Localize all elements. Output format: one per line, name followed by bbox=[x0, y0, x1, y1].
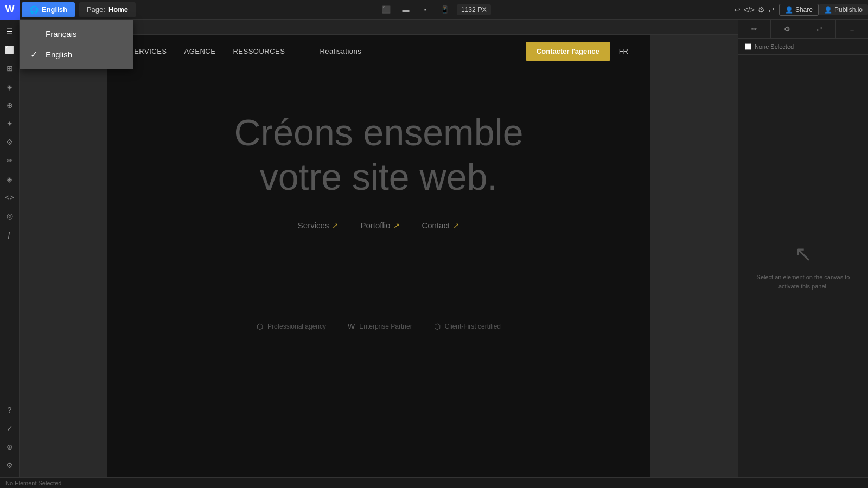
sidebar-icon-components[interactable]: ◈ bbox=[1, 78, 18, 95]
enterprise-icon: W bbox=[348, 322, 355, 331]
hero-link-services-arrow: ↗ bbox=[332, 221, 339, 230]
sidebar-icon-search[interactable]: ⊕ bbox=[1, 438, 18, 455]
settings-tab[interactable]: ⚙ bbox=[771, 20, 803, 38]
tablet-view-icon[interactable]: ▬ bbox=[398, 2, 413, 17]
settings-icon: ⚙ bbox=[784, 25, 790, 33]
lang-check-english: ✓ bbox=[30, 49, 40, 60]
hero-title-line1: Créons ensemble bbox=[234, 112, 524, 153]
lang-selector-label: English bbox=[42, 5, 67, 14]
hero-link-portfolio-arrow: ↗ bbox=[393, 221, 400, 230]
undo-icon[interactable]: ↩ bbox=[734, 5, 741, 14]
settings-icon[interactable]: ⚙ bbox=[758, 5, 765, 14]
nav-link-agence[interactable]: AGENCE bbox=[184, 47, 216, 55]
lang-option-english[interactable]: ✓ English bbox=[20, 44, 133, 65]
site-nav-links: SERVICES AGENCE RESSOURCES Réalisations bbox=[129, 47, 526, 55]
professional-icon: ⬡ bbox=[257, 322, 263, 331]
page-name: Home bbox=[108, 5, 128, 14]
sidebar-icon-interactions[interactable]: ◈ bbox=[1, 170, 18, 188]
hero-section: Créons ensemble votre site web. Services… bbox=[107, 67, 650, 252]
sidebar-icon-pages[interactable]: ⬜ bbox=[1, 41, 18, 59]
px-value: 1132 bbox=[461, 6, 476, 14]
lang-english-label: English bbox=[46, 50, 72, 59]
custom-tab[interactable]: ≡ bbox=[836, 20, 868, 38]
share-label: Share bbox=[795, 6, 813, 14]
mobile-view-icon[interactable]: ▪ bbox=[418, 2, 433, 17]
status-bar: No Element Selected bbox=[0, 477, 868, 488]
hero-link-portfolio-label: Portoflio bbox=[360, 221, 390, 230]
site-nav: SERVICES AGENCE RESSOURCES Réalisations … bbox=[107, 35, 650, 67]
connections-icon[interactable]: ⇄ bbox=[768, 5, 775, 14]
publish-label: Publish.io bbox=[834, 6, 863, 14]
globe-icon: 🌐 bbox=[29, 5, 39, 14]
footer-badge-certified-label: Client-First certified bbox=[445, 323, 501, 330]
style-icon: ✏ bbox=[751, 25, 757, 33]
lang-francais-label: Français bbox=[46, 29, 77, 38]
app-logo[interactable]: W bbox=[0, 0, 20, 20]
none-selected-bar: None Selected bbox=[738, 39, 868, 55]
sidebar-icon-edit[interactable]: ✏ bbox=[1, 152, 18, 169]
canvas-area[interactable]: SERVICES AGENCE RESSOURCES Réalisations … bbox=[20, 35, 738, 477]
hero-title: Créons ensemble votre site web. bbox=[234, 111, 524, 199]
status-text: No Element Selected bbox=[5, 480, 61, 486]
sidebar-icon-question[interactable]: ? bbox=[1, 401, 18, 419]
lang-option-francais[interactable]: Français bbox=[20, 24, 133, 44]
interactions-tab[interactable]: ⇄ bbox=[803, 20, 836, 38]
share-button[interactable]: 👤 Share bbox=[779, 4, 819, 16]
site-footer: ⬡ Professional agency W Enterprise Partn… bbox=[107, 306, 650, 347]
style-tab[interactable]: ✏ bbox=[738, 20, 771, 38]
left-sidebar: ☰ ⬜ ⊞ ◈ ⊕ ✦ ⚙ ✏ ◈ <> ◎ ƒ ? ✓ ⊕ ⚙ bbox=[0, 20, 20, 477]
desktop-view-icon[interactable]: ⬛ bbox=[379, 2, 394, 17]
px-unit: PX bbox=[478, 6, 487, 14]
sidebar-icon-grid[interactable]: ⊞ bbox=[1, 60, 18, 77]
publish-button[interactable]: 👤 Publish.io bbox=[819, 4, 868, 15]
toolbar-center: ⬛ ▬ ▪ 📱 1132 PX bbox=[136, 2, 734, 17]
code-icon[interactable]: </> bbox=[744, 5, 755, 14]
sidebar-icon-help[interactable]: ◎ bbox=[1, 207, 18, 224]
nav-link-realisations[interactable]: Réalisations bbox=[320, 47, 361, 55]
sidebar-icon-gear[interactable]: ⚙ bbox=[1, 457, 18, 474]
right-panel-tabs: ✏ ⚙ ⇄ ≡ bbox=[738, 20, 868, 39]
hero-link-contact-label: Contact bbox=[422, 221, 450, 230]
language-selector-button[interactable]: 🌐 English bbox=[22, 2, 75, 17]
hero-link-contact[interactable]: Contact ↗ bbox=[422, 221, 459, 230]
hero-link-contact-arrow: ↗ bbox=[453, 221, 459, 230]
hero-link-services[interactable]: Services ↗ bbox=[298, 221, 339, 230]
sidebar-icon-check[interactable]: ✓ bbox=[1, 420, 18, 437]
sidebar-icon-add[interactable]: ⊕ bbox=[1, 97, 18, 114]
sidebar-icon-settings[interactable]: ⚙ bbox=[1, 133, 18, 151]
page-selector[interactable]: Page: Home bbox=[79, 2, 136, 17]
certified-icon: ⬡ bbox=[434, 322, 441, 331]
hero-title-line2: votre site web. bbox=[260, 156, 497, 197]
footer-badge-professional-label: Professional agency bbox=[267, 323, 326, 330]
hero-link-services-label: Services bbox=[298, 221, 329, 230]
px-display: 1132 PX bbox=[457, 4, 491, 15]
footer-badge-professional: ⬡ Professional agency bbox=[257, 322, 326, 331]
sidebar-icon-code[interactable]: <> bbox=[1, 189, 18, 206]
share-icon: 👤 bbox=[785, 6, 793, 14]
publish-icon: 👤 bbox=[824, 6, 832, 14]
right-panel-content: ↖ Select an element on the canvas to act… bbox=[738, 55, 868, 477]
nav-lang-toggle[interactable]: FR bbox=[619, 47, 628, 55]
custom-icon: ≡ bbox=[850, 25, 854, 33]
toolbar-right-icons: ↩ </> ⚙ ⇄ bbox=[734, 5, 775, 14]
sidebar-icon-fonts[interactable]: ƒ bbox=[1, 226, 18, 243]
top-toolbar: W 🌐 English Page: Home ⬛ ▬ ▪ 📱 1132 PX ↩… bbox=[0, 0, 868, 20]
hero-links: Services ↗ Portoflio ↗ Contact ↗ bbox=[298, 221, 459, 230]
nav-cta-button[interactable]: Contacter l'agence bbox=[526, 42, 610, 61]
hero-link-portfolio[interactable]: Portoflio ↗ bbox=[360, 221, 400, 230]
none-selected-checkbox[interactable] bbox=[745, 43, 751, 50]
sidebar-bottom: ? ✓ ⊕ ⚙ bbox=[1, 401, 18, 474]
nav-link-ressources[interactable]: RESSOURCES bbox=[233, 47, 285, 55]
sidebar-icon-assets[interactable]: ✦ bbox=[1, 115, 18, 132]
page-label-text: Page: bbox=[87, 5, 105, 14]
phone-view-icon[interactable]: 📱 bbox=[437, 2, 452, 17]
language-dropdown: Français ✓ English bbox=[20, 20, 133, 69]
panel-hint: Select an element on the canvas to activ… bbox=[749, 273, 857, 291]
sidebar-icon-menu[interactable]: ☰ bbox=[1, 23, 18, 40]
nav-link-services[interactable]: SERVICES bbox=[129, 47, 167, 55]
footer-badge-enterprise-label: Enterprise Partner bbox=[359, 323, 412, 330]
footer-badge-enterprise: W Enterprise Partner bbox=[348, 322, 412, 331]
website-preview: SERVICES AGENCE RESSOURCES Réalisations … bbox=[107, 35, 650, 477]
right-panel: ✏ ⚙ ⇄ ≡ None Selected ↖ Select an elemen… bbox=[738, 20, 868, 477]
interactions-icon: ⇄ bbox=[816, 25, 822, 33]
